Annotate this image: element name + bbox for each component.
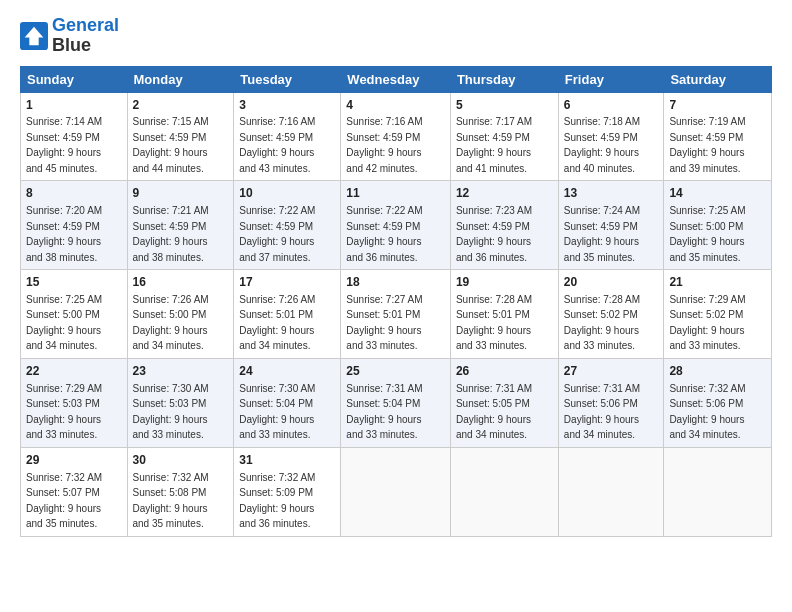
day-info: Sunrise: 7:20 AM Sunset: 4:59 PM Dayligh… bbox=[26, 205, 102, 263]
day-number: 28 bbox=[669, 363, 766, 380]
day-info: Sunrise: 7:22 AM Sunset: 4:59 PM Dayligh… bbox=[239, 205, 315, 263]
day-number: 10 bbox=[239, 185, 335, 202]
calendar-header-thursday: Thursday bbox=[450, 66, 558, 92]
day-info: Sunrise: 7:32 AM Sunset: 5:07 PM Dayligh… bbox=[26, 472, 102, 530]
calendar-day-cell: 13Sunrise: 7:24 AM Sunset: 4:59 PM Dayli… bbox=[558, 181, 664, 270]
day-info: Sunrise: 7:29 AM Sunset: 5:02 PM Dayligh… bbox=[669, 294, 745, 352]
day-number: 25 bbox=[346, 363, 445, 380]
calendar-empty-cell bbox=[664, 447, 772, 536]
day-number: 16 bbox=[133, 274, 229, 291]
calendar-day-cell: 19Sunrise: 7:28 AM Sunset: 5:01 PM Dayli… bbox=[450, 270, 558, 359]
day-info: Sunrise: 7:31 AM Sunset: 5:05 PM Dayligh… bbox=[456, 383, 532, 441]
calendar-day-cell: 30Sunrise: 7:32 AM Sunset: 5:08 PM Dayli… bbox=[127, 447, 234, 536]
day-number: 9 bbox=[133, 185, 229, 202]
calendar-day-cell: 23Sunrise: 7:30 AM Sunset: 5:03 PM Dayli… bbox=[127, 358, 234, 447]
calendar-day-cell: 14Sunrise: 7:25 AM Sunset: 5:00 PM Dayli… bbox=[664, 181, 772, 270]
calendar-day-cell: 16Sunrise: 7:26 AM Sunset: 5:00 PM Dayli… bbox=[127, 270, 234, 359]
day-number: 19 bbox=[456, 274, 553, 291]
day-number: 13 bbox=[564, 185, 659, 202]
day-info: Sunrise: 7:28 AM Sunset: 5:01 PM Dayligh… bbox=[456, 294, 532, 352]
day-number: 17 bbox=[239, 274, 335, 291]
calendar-day-cell: 10Sunrise: 7:22 AM Sunset: 4:59 PM Dayli… bbox=[234, 181, 341, 270]
calendar-day-cell: 26Sunrise: 7:31 AM Sunset: 5:05 PM Dayli… bbox=[450, 358, 558, 447]
day-info: Sunrise: 7:26 AM Sunset: 5:00 PM Dayligh… bbox=[133, 294, 209, 352]
day-info: Sunrise: 7:30 AM Sunset: 5:03 PM Dayligh… bbox=[133, 383, 209, 441]
day-info: Sunrise: 7:25 AM Sunset: 5:00 PM Dayligh… bbox=[669, 205, 745, 263]
day-info: Sunrise: 7:32 AM Sunset: 5:09 PM Dayligh… bbox=[239, 472, 315, 530]
day-number: 26 bbox=[456, 363, 553, 380]
day-number: 24 bbox=[239, 363, 335, 380]
calendar-day-cell: 6Sunrise: 7:18 AM Sunset: 4:59 PM Daylig… bbox=[558, 92, 664, 181]
calendar-day-cell: 17Sunrise: 7:26 AM Sunset: 5:01 PM Dayli… bbox=[234, 270, 341, 359]
day-number: 23 bbox=[133, 363, 229, 380]
calendar-day-cell: 25Sunrise: 7:31 AM Sunset: 5:04 PM Dayli… bbox=[341, 358, 451, 447]
calendar-day-cell: 31Sunrise: 7:32 AM Sunset: 5:09 PM Dayli… bbox=[234, 447, 341, 536]
day-number: 2 bbox=[133, 97, 229, 114]
day-info: Sunrise: 7:32 AM Sunset: 5:06 PM Dayligh… bbox=[669, 383, 745, 441]
calendar-header-monday: Monday bbox=[127, 66, 234, 92]
day-number: 4 bbox=[346, 97, 445, 114]
calendar-day-cell: 9Sunrise: 7:21 AM Sunset: 4:59 PM Daylig… bbox=[127, 181, 234, 270]
calendar-day-cell: 24Sunrise: 7:30 AM Sunset: 5:04 PM Dayli… bbox=[234, 358, 341, 447]
day-number: 7 bbox=[669, 97, 766, 114]
day-info: Sunrise: 7:27 AM Sunset: 5:01 PM Dayligh… bbox=[346, 294, 422, 352]
day-number: 21 bbox=[669, 274, 766, 291]
calendar-day-cell: 15Sunrise: 7:25 AM Sunset: 5:00 PM Dayli… bbox=[21, 270, 128, 359]
calendar-day-cell: 2Sunrise: 7:15 AM Sunset: 4:59 PM Daylig… bbox=[127, 92, 234, 181]
calendar-day-cell: 1Sunrise: 7:14 AM Sunset: 4:59 PM Daylig… bbox=[21, 92, 128, 181]
day-info: Sunrise: 7:15 AM Sunset: 4:59 PM Dayligh… bbox=[133, 116, 209, 174]
day-number: 18 bbox=[346, 274, 445, 291]
calendar-day-cell: 4Sunrise: 7:16 AM Sunset: 4:59 PM Daylig… bbox=[341, 92, 451, 181]
day-number: 8 bbox=[26, 185, 122, 202]
day-number: 6 bbox=[564, 97, 659, 114]
calendar-day-cell: 28Sunrise: 7:32 AM Sunset: 5:06 PM Dayli… bbox=[664, 358, 772, 447]
calendar-day-cell: 18Sunrise: 7:27 AM Sunset: 5:01 PM Dayli… bbox=[341, 270, 451, 359]
day-number: 5 bbox=[456, 97, 553, 114]
day-info: Sunrise: 7:21 AM Sunset: 4:59 PM Dayligh… bbox=[133, 205, 209, 263]
day-info: Sunrise: 7:29 AM Sunset: 5:03 PM Dayligh… bbox=[26, 383, 102, 441]
day-info: Sunrise: 7:32 AM Sunset: 5:08 PM Dayligh… bbox=[133, 472, 209, 530]
header: GeneralBlue bbox=[20, 16, 772, 56]
calendar-day-cell: 29Sunrise: 7:32 AM Sunset: 5:07 PM Dayli… bbox=[21, 447, 128, 536]
day-number: 15 bbox=[26, 274, 122, 291]
day-number: 27 bbox=[564, 363, 659, 380]
calendar-day-cell: 11Sunrise: 7:22 AM Sunset: 4:59 PM Dayli… bbox=[341, 181, 451, 270]
day-info: Sunrise: 7:23 AM Sunset: 4:59 PM Dayligh… bbox=[456, 205, 532, 263]
calendar-day-cell: 8Sunrise: 7:20 AM Sunset: 4:59 PM Daylig… bbox=[21, 181, 128, 270]
calendar-day-cell: 21Sunrise: 7:29 AM Sunset: 5:02 PM Dayli… bbox=[664, 270, 772, 359]
calendar-body: 1Sunrise: 7:14 AM Sunset: 4:59 PM Daylig… bbox=[21, 92, 772, 536]
day-number: 30 bbox=[133, 452, 229, 469]
calendar-header-saturday: Saturday bbox=[664, 66, 772, 92]
calendar-day-cell: 20Sunrise: 7:28 AM Sunset: 5:02 PM Dayli… bbox=[558, 270, 664, 359]
calendar-header-tuesday: Tuesday bbox=[234, 66, 341, 92]
day-info: Sunrise: 7:28 AM Sunset: 5:02 PM Dayligh… bbox=[564, 294, 640, 352]
calendar-empty-cell bbox=[558, 447, 664, 536]
day-number: 11 bbox=[346, 185, 445, 202]
day-info: Sunrise: 7:22 AM Sunset: 4:59 PM Dayligh… bbox=[346, 205, 422, 263]
calendar-day-cell: 22Sunrise: 7:29 AM Sunset: 5:03 PM Dayli… bbox=[21, 358, 128, 447]
calendar-day-cell: 27Sunrise: 7:31 AM Sunset: 5:06 PM Dayli… bbox=[558, 358, 664, 447]
day-number: 31 bbox=[239, 452, 335, 469]
logo: GeneralBlue bbox=[20, 16, 119, 56]
calendar-empty-cell bbox=[450, 447, 558, 536]
calendar-header-sunday: Sunday bbox=[21, 66, 128, 92]
calendar-day-cell: 7Sunrise: 7:19 AM Sunset: 4:59 PM Daylig… bbox=[664, 92, 772, 181]
calendar-header-row: SundayMondayTuesdayWednesdayThursdayFrid… bbox=[21, 66, 772, 92]
calendar-week-4: 22Sunrise: 7:29 AM Sunset: 5:03 PM Dayli… bbox=[21, 358, 772, 447]
calendar-week-2: 8Sunrise: 7:20 AM Sunset: 4:59 PM Daylig… bbox=[21, 181, 772, 270]
day-info: Sunrise: 7:25 AM Sunset: 5:00 PM Dayligh… bbox=[26, 294, 102, 352]
calendar-header-friday: Friday bbox=[558, 66, 664, 92]
calendar-empty-cell bbox=[341, 447, 451, 536]
calendar-day-cell: 3Sunrise: 7:16 AM Sunset: 4:59 PM Daylig… bbox=[234, 92, 341, 181]
day-info: Sunrise: 7:24 AM Sunset: 4:59 PM Dayligh… bbox=[564, 205, 640, 263]
day-number: 3 bbox=[239, 97, 335, 114]
calendar-week-5: 29Sunrise: 7:32 AM Sunset: 5:07 PM Dayli… bbox=[21, 447, 772, 536]
calendar-week-3: 15Sunrise: 7:25 AM Sunset: 5:00 PM Dayli… bbox=[21, 270, 772, 359]
day-info: Sunrise: 7:19 AM Sunset: 4:59 PM Dayligh… bbox=[669, 116, 745, 174]
calendar-day-cell: 12Sunrise: 7:23 AM Sunset: 4:59 PM Dayli… bbox=[450, 181, 558, 270]
day-info: Sunrise: 7:14 AM Sunset: 4:59 PM Dayligh… bbox=[26, 116, 102, 174]
calendar-table: SundayMondayTuesdayWednesdayThursdayFrid… bbox=[20, 66, 772, 537]
day-number: 1 bbox=[26, 97, 122, 114]
day-number: 29 bbox=[26, 452, 122, 469]
day-info: Sunrise: 7:30 AM Sunset: 5:04 PM Dayligh… bbox=[239, 383, 315, 441]
